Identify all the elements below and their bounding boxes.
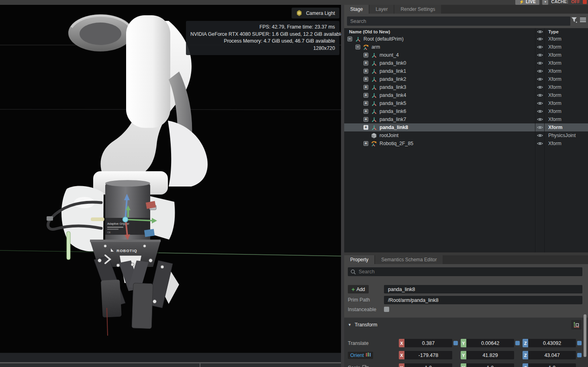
expand-toggle-icon[interactable]: +	[363, 77, 368, 82]
stage-row-label[interactable]: arm	[372, 44, 380, 50]
gizmo-center-handle[interactable]	[123, 217, 128, 222]
stage-search-input[interactable]	[347, 16, 570, 26]
live-dropdown-button[interactable]: ▾	[542, 0, 548, 5]
stage-row-label[interactable]: Root (defaultPrim)	[363, 36, 404, 42]
live-sync-button[interactable]: ⚡ LIVE	[515, 0, 539, 5]
value-state-indicator[interactable]	[515, 341, 520, 345]
property-search-input[interactable]	[359, 269, 580, 275]
scale-link-icon[interactable]	[362, 365, 369, 367]
visibility-eye-icon[interactable]	[535, 139, 545, 148]
expand-toggle-icon[interactable]: +	[363, 117, 368, 122]
orient-z-field[interactable]: 43.047	[528, 351, 576, 359]
stage-row-panda_link8[interactable]: +panda_link8Xform	[344, 123, 588, 131]
visibility-eye-icon[interactable]	[535, 51, 545, 59]
stage-row-mount_4[interactable]: +mount_4Xform	[344, 51, 588, 59]
stage-row-Root-defaultPrim-[interactable]: −Root (defaultPrim)Xform	[344, 35, 588, 43]
column-header-type[interactable]: Type	[545, 29, 588, 34]
value-state-indicator[interactable]	[577, 353, 582, 357]
tab-stage[interactable]: Stage	[344, 5, 369, 14]
visibility-eye-icon[interactable]	[535, 131, 545, 139]
tab-render-settings[interactable]: Render Settings	[394, 5, 441, 14]
tree-header-row[interactable]: Name (Old to New) Type	[344, 28, 588, 35]
expand-toggle-icon[interactable]: +	[363, 61, 368, 66]
visibility-eye-icon[interactable]	[535, 115, 545, 123]
expand-toggle-icon[interactable]: +	[363, 109, 368, 114]
stage-row-Robotiq_2F_85[interactable]: +Robotiq_2F_85Xform	[344, 139, 588, 148]
stage-row-label[interactable]: panda_link7	[380, 117, 406, 122]
options-menu-icon[interactable]	[580, 17, 586, 23]
stage-row-label[interactable]: panda_link5	[380, 100, 406, 106]
transform-tool-button[interactable]	[571, 320, 582, 330]
expand-toggle-icon[interactable]: +	[363, 125, 368, 130]
visibility-eye-icon[interactable]	[535, 75, 545, 83]
stage-row-panda_link6[interactable]: +panda_link6Xform	[344, 107, 588, 115]
visibility-eye-icon[interactable]	[535, 43, 545, 51]
scale-y-field[interactable]: 1.0	[466, 363, 514, 367]
stage-property-splitter[interactable]	[344, 252, 588, 255]
transform-section-header[interactable]: ▼ Transform	[348, 322, 377, 328]
visibility-eye-icon[interactable]	[535, 107, 545, 115]
column-header-name[interactable]: Name (Old to New)	[344, 29, 535, 34]
instanceable-checkbox[interactable]	[384, 307, 389, 312]
visibility-eye-icon[interactable]	[535, 83, 545, 91]
translate-x-field[interactable]: 0.387	[404, 339, 452, 347]
expand-toggle-icon[interactable]: −	[355, 45, 360, 49]
expand-toggle-icon[interactable]: +	[363, 53, 368, 57]
stage-row-label[interactable]: Robotiq_2F_85	[380, 141, 413, 146]
expand-toggle-icon[interactable]: +	[363, 85, 368, 90]
stage-row-panda_link3[interactable]: +panda_link3Xform	[344, 83, 588, 91]
stage-row-label[interactable]: panda_link0	[380, 60, 406, 66]
stage-row-rootJoint[interactable]: rootJointPhysicsJoint	[344, 131, 588, 139]
stage-row-panda_link2[interactable]: +panda_link2Xform	[344, 75, 588, 83]
stage-row-panda_link0[interactable]: +panda_link0Xform	[344, 59, 588, 67]
property-search-field[interactable]	[348, 267, 582, 276]
expand-toggle-icon[interactable]: +	[363, 69, 368, 74]
tab-semantics-schema-editor[interactable]: Semantics Schema Editor	[375, 255, 443, 264]
filter-funnel-icon[interactable]	[571, 17, 578, 23]
prim-path-field[interactable]	[384, 296, 582, 304]
stage-row-label[interactable]: panda_link3	[380, 84, 406, 90]
stage-row-label[interactable]: mount_4	[380, 52, 399, 58]
expand-toggle-icon[interactable]: +	[363, 93, 368, 98]
orient-y-field[interactable]: 41.829	[466, 351, 514, 359]
stage-row-label[interactable]: panda_link2	[380, 76, 406, 82]
stage-row-label[interactable]: panda_link1	[380, 68, 406, 74]
cache-indicator-icon[interactable]	[583, 0, 587, 4]
value-state-indicator[interactable]	[577, 341, 582, 345]
stage-row-label[interactable]: panda_link6	[380, 109, 406, 114]
translate-z-field[interactable]: 0.43092	[528, 339, 576, 347]
camera-light-button[interactable]: Camera Light	[292, 8, 339, 18]
tab-layer[interactable]: Layer	[370, 5, 394, 14]
stage-row-label[interactable]: rootJoint	[380, 133, 398, 138]
tab-property[interactable]: Property	[344, 255, 374, 264]
stage-row-panda_link4[interactable]: +panda_link4Xform	[344, 91, 588, 99]
column-header-visibility[interactable]	[535, 30, 545, 34]
scale-z-field[interactable]: 1.0	[528, 363, 576, 367]
stage-row-arm[interactable]: −armXform	[344, 43, 588, 51]
visibility-eye-icon[interactable]	[535, 99, 545, 107]
value-state-indicator[interactable]	[453, 341, 458, 345]
property-scrollbar[interactable]	[584, 314, 586, 357]
stage-row-panda_link1[interactable]: +panda_link1Xform	[344, 67, 588, 75]
visibility-eye-icon[interactable]	[535, 67, 545, 75]
add-property-button[interactable]: + Add	[348, 285, 369, 293]
scale-x-field[interactable]: 1.0	[404, 363, 452, 367]
stage-row-label[interactable]: panda_link8	[380, 125, 408, 130]
orient-label-chip[interactable]: Orient	[348, 352, 373, 359]
gizmo-plane-handle-z[interactable]	[144, 229, 155, 237]
translate-y-field[interactable]: 0.00642	[466, 339, 514, 347]
stage-row-label[interactable]: panda_link4	[380, 92, 406, 98]
prim-name-field[interactable]	[384, 285, 582, 293]
expand-toggle-icon[interactable]: +	[363, 101, 368, 106]
stage-row-panda_link5[interactable]: +panda_link5Xform	[344, 99, 588, 107]
orient-x-field[interactable]: -179.478	[404, 351, 452, 359]
visibility-eye-icon[interactable]	[535, 35, 545, 43]
stage-row-panda_link7[interactable]: +panda_link7Xform	[344, 115, 588, 123]
visibility-eye-icon[interactable]	[535, 91, 545, 99]
visibility-eye-icon[interactable]	[535, 59, 545, 67]
visibility-eye-icon[interactable]	[535, 123, 545, 131]
viewport-3d[interactable]: Adaptive Gripper CE ROBOTIQ	[0, 5, 341, 353]
expand-toggle-icon[interactable]: −	[347, 37, 352, 41]
expand-toggle-icon[interactable]: +	[363, 141, 368, 146]
viewport-panel-divider[interactable]	[341, 5, 344, 367]
